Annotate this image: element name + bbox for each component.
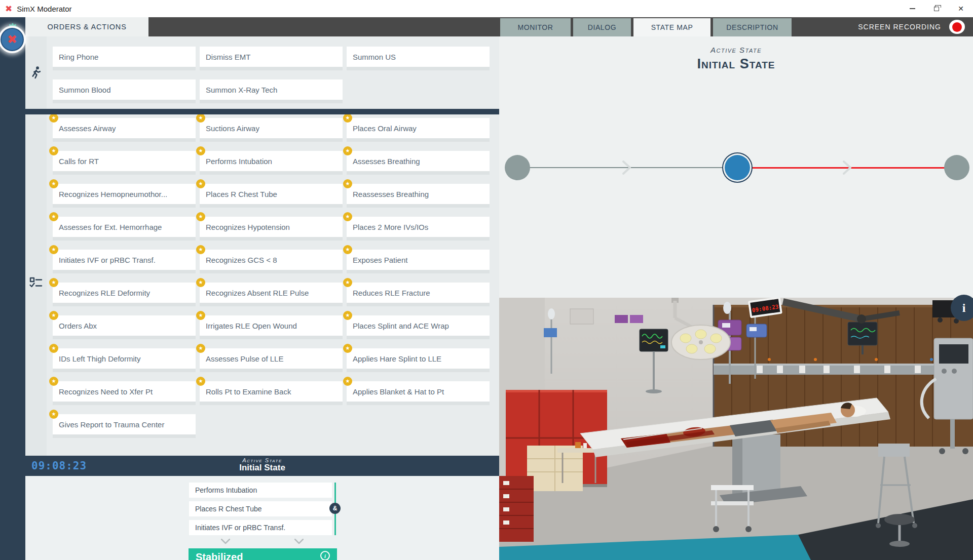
flow-condition[interactable]: Places R Chest Tube: [189, 501, 332, 516]
orders-actions-panel: Ring Phone Dismiss EMT Summon US Summon …: [47, 36, 499, 456]
restore-button[interactable]: [924, 0, 949, 17]
order-button[interactable]: Summon Blood: [53, 79, 196, 100]
flow-condition[interactable]: Performs Intubation: [189, 483, 332, 498]
flow-condition[interactable]: Initiates IVF or pRBC Transf.: [189, 520, 332, 535]
end-session-button[interactable]: ✖: [1, 28, 24, 51]
active-state-name: Initial State: [25, 463, 499, 473]
titlebar: ✖ SimX Moderator ✕: [0, 0, 973, 17]
action-button[interactable]: ★Gives Report to Trauma Center: [53, 414, 196, 434]
orders-actions-divider: [25, 109, 499, 114]
tab-state-map[interactable]: STATE MAP: [633, 18, 710, 36]
action-button[interactable]: ★Assesses for Ext. Hemorrhage: [53, 217, 196, 237]
action-label: Places R Chest Tube: [206, 190, 277, 198]
action-button[interactable]: ★Recognizes GCS < 8: [200, 250, 343, 270]
action-label: Irrigates RLE Open Wound: [206, 322, 297, 330]
star-badge-icon: ★: [49, 179, 58, 188]
info-icon[interactable]: i: [320, 551, 330, 560]
action-label: Assesses Breathing: [353, 157, 420, 166]
action-button[interactable]: ★Irrigates RLE Open Wound: [200, 315, 343, 336]
action-label: Calls for RT: [59, 157, 99, 166]
star-badge-icon: ★: [49, 344, 58, 353]
close-button[interactable]: ✕: [949, 0, 973, 17]
flow-arrow-down-icon: [294, 539, 304, 544]
minimize-icon: [910, 8, 915, 9]
tab-dialog[interactable]: DIALOG: [573, 18, 631, 36]
action-label: Recognizes RLE Deformity: [59, 289, 150, 297]
tab-monitor[interactable]: MONITOR: [500, 18, 571, 36]
close-icon: ✕: [958, 5, 964, 13]
action-button[interactable]: ★IDs Left Thigh Deformity: [53, 348, 196, 369]
action-label: Reduces RLE Fracture: [353, 289, 430, 297]
action-button[interactable]: ★Places R Chest Tube: [200, 184, 343, 204]
action-button[interactable]: ★Recognizes RLE Deformity: [53, 283, 196, 303]
close-x-badge-icon: ✖: [7, 32, 17, 47]
action-button[interactable]: ★Initiates IVF or pRBC Transf.: [53, 250, 196, 270]
action-button[interactable]: ★Recognizes Absent RLE Pulse: [200, 283, 343, 303]
action-button[interactable]: ★Recognizes Hypotension: [200, 217, 343, 237]
action-button[interactable]: ★Reduces RLE Fracture: [347, 283, 490, 303]
star-badge-icon: ★: [196, 179, 205, 188]
star-badge-icon: ★: [343, 146, 352, 155]
tab-orders-actions-label: ORDERS & ACTIONS: [47, 23, 126, 31]
action-button[interactable]: ★Calls for RT: [53, 151, 196, 171]
tab-orders-actions[interactable]: ORDERS & ACTIONS: [25, 17, 148, 36]
result-state-button[interactable]: Stabilized i: [189, 548, 337, 560]
order-button[interactable]: Ring Phone: [53, 47, 196, 67]
scene-info-button[interactable]: i: [951, 295, 973, 321]
action-label: Reassesses Breathing: [353, 190, 429, 198]
action-button[interactable]: ★Applies Hare Splint to LLE: [347, 348, 490, 369]
transition-chevron-icon: [622, 161, 631, 175]
action-button[interactable]: ★Recognizes Need to Xfer Pt: [53, 381, 196, 402]
order-button[interactable]: Summon US: [347, 47, 490, 67]
star-badge-icon: ★: [196, 245, 205, 254]
star-badge-icon: ★: [343, 212, 352, 221]
simulation-viewport[interactable]: 09:08:23: [499, 298, 973, 560]
active-state-node[interactable]: [725, 155, 750, 180]
prior-state-node[interactable]: [505, 155, 530, 180]
action-button[interactable]: ★Rolls Pt to Examine Back: [200, 381, 343, 402]
order-button[interactable]: Summon X-Ray Tech: [200, 79, 343, 100]
star-badge-icon: ★: [343, 344, 352, 353]
status-bar-state: Active State Initial State: [25, 457, 499, 473]
action-button[interactable]: ★Assesses Pulse of LLE: [200, 348, 343, 369]
action-button[interactable]: ★Reassesses Breathing: [347, 184, 490, 204]
action-label: Recognizes Hemopneumothor...: [59, 190, 167, 198]
order-button[interactable]: Dismiss EMT: [200, 47, 343, 67]
action-button[interactable]: ★Places Oral Airway: [347, 118, 490, 138]
action-button[interactable]: ★Recognizes Hemopneumothor...: [53, 184, 196, 204]
task-list-icon: [29, 276, 43, 290]
star-badge-icon: ★: [196, 113, 205, 123]
result-state-label: Stabilized: [196, 551, 243, 560]
tab-description[interactable]: DESCRIPTION: [713, 18, 792, 36]
action-label: Recognizes Hypotension: [206, 223, 290, 231]
record-button[interactable]: [949, 20, 965, 34]
action-button[interactable]: ★Assesses Breathing: [347, 151, 490, 171]
minimize-button[interactable]: [900, 0, 924, 17]
transition-chevron-icon: [843, 161, 852, 175]
action-button[interactable]: ★Applies Blanket & Hat to Pt: [347, 381, 490, 402]
star-badge-icon: ★: [49, 278, 58, 287]
action-button[interactable]: ★Places 2 More IVs/IOs: [347, 217, 490, 237]
action-label: Applies Hare Splint to LLE: [353, 354, 441, 363]
star-badge-icon: ★: [343, 377, 352, 386]
action-button[interactable]: ★Performs Intubation: [200, 151, 343, 171]
star-badge-icon: ★: [343, 113, 352, 123]
action-button[interactable]: ★Suctions Airway: [200, 118, 343, 138]
window-controls: ✕: [900, 0, 973, 17]
action-button[interactable]: ★Exposes Patient: [347, 250, 490, 270]
action-button[interactable]: ★Assesses Airway: [53, 118, 196, 138]
action-button[interactable]: ★Orders Abx: [53, 315, 196, 336]
star-badge-icon: ★: [196, 377, 205, 386]
action-label: IDs Left Thigh Deformity: [59, 354, 140, 363]
record-dot-icon: [952, 22, 962, 32]
checklist-button[interactable]: [29, 276, 43, 290]
action-label: Performs Intubation: [206, 157, 272, 166]
action-button[interactable]: ★Places Splint and ACE Wrap: [347, 315, 490, 336]
state-graph: [499, 155, 973, 185]
status-bar: 09:08:23 Active State Initial State: [25, 456, 499, 476]
participant-actions-button[interactable]: [29, 66, 43, 80]
action-label: Places Oral Airway: [353, 124, 417, 133]
action-label: Recognizes GCS < 8: [206, 256, 277, 264]
next-state-node[interactable]: [944, 155, 969, 180]
and-operator-badge: &: [329, 503, 341, 514]
